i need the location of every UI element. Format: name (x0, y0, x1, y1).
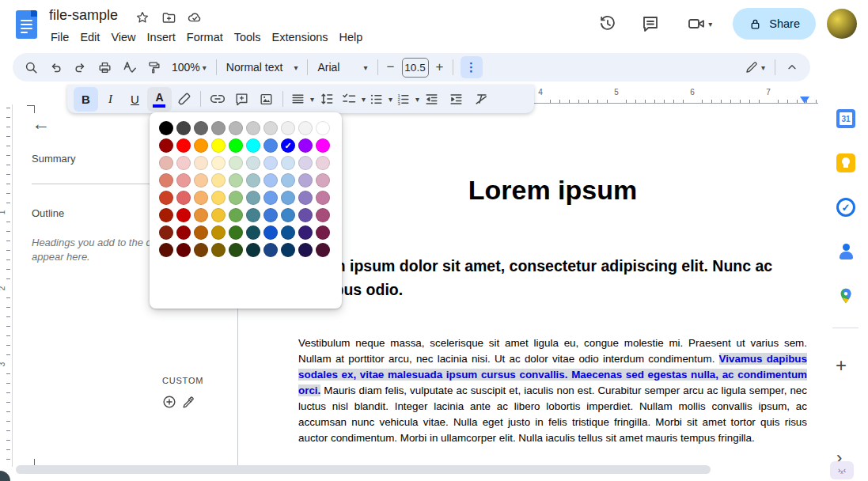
color-swatch[interactable] (194, 225, 208, 240)
color-swatch[interactable] (316, 156, 330, 170)
editing-mode-select[interactable]: ▾ (739, 60, 771, 74)
zoom-select[interactable]: 100%▾ (166, 61, 212, 74)
color-swatch[interactable] (316, 243, 330, 257)
color-swatch[interactable] (194, 156, 208, 170)
color-swatch[interactable] (229, 225, 243, 240)
menu-file[interactable]: File (45, 28, 74, 46)
horizontal-scrollbar[interactable] (16, 465, 711, 474)
color-swatch[interactable] (316, 173, 330, 187)
menu-insert[interactable]: Insert (142, 28, 181, 46)
document-heading-title[interactable]: Lorem ipsum (298, 175, 807, 206)
color-swatch[interactable] (298, 191, 313, 205)
color-swatch[interactable] (229, 208, 243, 222)
menu-edit[interactable]: Edit (74, 28, 105, 46)
color-swatch[interactable] (194, 208, 208, 222)
color-swatch[interactable] (246, 191, 260, 205)
color-swatch[interactable] (246, 121, 260, 135)
color-swatch[interactable] (263, 156, 278, 170)
color-swatch[interactable] (316, 138, 330, 153)
color-swatch[interactable] (194, 243, 208, 257)
color-swatch[interactable] (176, 138, 191, 153)
clear-formatting-button[interactable] (468, 87, 493, 112)
color-swatch[interactable] (281, 121, 295, 135)
color-swatch[interactable] (316, 121, 330, 135)
add-comment-button[interactable] (229, 87, 254, 112)
font-family-select[interactable]: Arial▾ (312, 61, 373, 74)
checklist-button[interactable] (339, 87, 359, 112)
redo-button[interactable] (68, 55, 93, 80)
numbered-list-button[interactable]: 123 (392, 87, 413, 112)
document-subheading[interactable]: Lorem ipsum dolor sit amet, consectetur … (298, 254, 783, 301)
bulleted-list-button[interactable] (366, 87, 386, 112)
color-swatch[interactable] (246, 208, 260, 222)
more-toolbar-button[interactable]: ⋮ (461, 56, 483, 78)
color-swatch[interactable] (194, 138, 208, 153)
increase-font-size-button[interactable]: + (431, 56, 449, 78)
color-swatch[interactable] (281, 225, 295, 240)
tasks-icon[interactable]: ✓ (836, 197, 856, 218)
calendar-icon[interactable]: 31 (836, 108, 856, 129)
color-swatch[interactable] (316, 208, 330, 222)
color-swatch[interactable] (176, 208, 191, 222)
highlight-color-button[interactable] (172, 87, 196, 112)
keep-icon[interactable] (836, 153, 856, 173)
print-button[interactable] (93, 55, 117, 80)
close-outline-button[interactable]: ← (32, 113, 50, 134)
color-swatch[interactable] (194, 191, 208, 205)
color-swatch[interactable] (176, 243, 191, 257)
spell-check-button[interactable] (117, 55, 142, 80)
color-swatch[interactable] (176, 156, 191, 170)
version-history-button[interactable] (592, 8, 624, 40)
font-size-input[interactable]: 10.5 (402, 58, 429, 78)
color-swatch[interactable] (229, 121, 243, 135)
color-swatch[interactable] (298, 121, 313, 135)
color-swatch[interactable] (246, 138, 260, 153)
cloud-saved-icon[interactable] (187, 9, 203, 25)
italic-button[interactable]: I (98, 87, 123, 112)
maps-icon[interactable] (836, 286, 856, 306)
color-swatch[interactable] (176, 173, 191, 187)
align-button[interactable] (287, 87, 308, 112)
menu-help[interactable]: Help (334, 28, 369, 46)
color-swatch[interactable] (246, 243, 260, 257)
star-icon[interactable] (135, 9, 150, 25)
color-swatch[interactable] (263, 173, 278, 187)
color-swatch[interactable] (194, 121, 208, 135)
color-swatch[interactable] (246, 173, 260, 187)
color-swatch[interactable] (211, 156, 226, 170)
menu-format[interactable]: Format (181, 28, 229, 46)
color-swatch[interactable] (229, 191, 243, 205)
document-paragraph[interactable]: Vestibulum neque massa, scelerisque sit … (298, 335, 807, 446)
increase-indent-button[interactable] (444, 87, 468, 112)
color-swatch[interactable] (211, 243, 226, 257)
share-button[interactable]: Share (733, 8, 816, 40)
color-swatch[interactable] (263, 121, 278, 135)
color-swatch[interactable] (281, 156, 295, 170)
get-addons-button[interactable]: + (836, 356, 847, 375)
color-swatch[interactable] (159, 121, 173, 135)
avatar[interactable] (827, 9, 857, 39)
color-swatch[interactable] (211, 191, 226, 205)
color-swatch[interactable] (159, 156, 173, 170)
color-swatch[interactable] (263, 243, 278, 257)
color-swatch[interactable] (159, 208, 173, 222)
paint-format-button[interactable] (142, 55, 166, 80)
color-swatch[interactable] (159, 191, 173, 205)
color-swatch[interactable] (298, 225, 313, 240)
color-swatch[interactable] (229, 156, 243, 170)
color-swatch[interactable] (281, 191, 295, 205)
color-swatch[interactable] (176, 225, 191, 240)
insert-link-button[interactable] (205, 87, 229, 112)
color-swatch[interactable] (316, 225, 330, 240)
vertical-ruler[interactable]: 123 (0, 104, 13, 468)
color-swatch[interactable] (159, 173, 173, 187)
document-title-input[interactable]: file-sample (49, 7, 118, 24)
color-swatch[interactable] (298, 173, 313, 187)
menu-tools[interactable]: Tools (229, 28, 267, 46)
color-swatch[interactable] (316, 191, 330, 205)
color-swatch[interactable] (298, 138, 313, 153)
color-swatch[interactable] (176, 121, 191, 135)
color-swatch[interactable] (211, 121, 226, 135)
color-swatch[interactable] (281, 173, 295, 187)
color-swatch[interactable] (298, 208, 313, 222)
